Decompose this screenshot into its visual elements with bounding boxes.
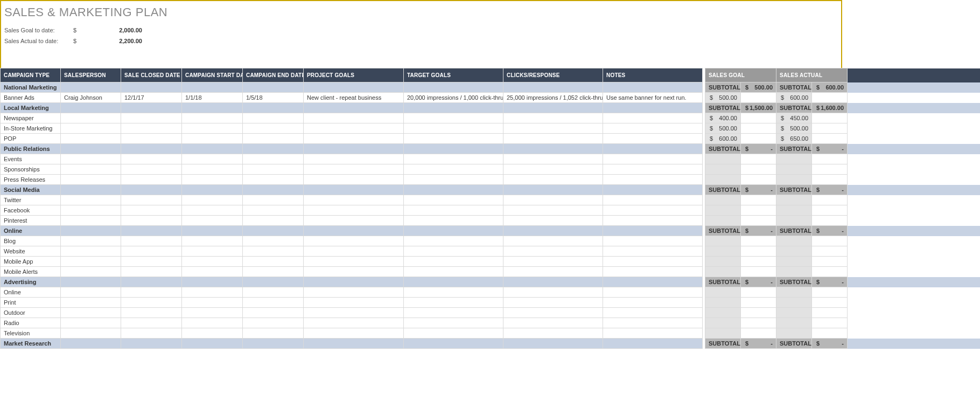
- cell-type[interactable]: Facebook: [1, 205, 61, 216]
- cell-type[interactable]: Radio: [1, 318, 61, 328]
- cell-end[interactable]: [243, 195, 304, 205]
- empty-cell[interactable]: [404, 226, 503, 236]
- cell-closed[interactable]: [121, 287, 182, 298]
- cell-goal[interactable]: [705, 205, 741, 216]
- cell-end[interactable]: 1/5/18: [243, 93, 304, 103]
- empty-cell[interactable]: [404, 82, 503, 93]
- cell-actual[interactable]: [776, 318, 812, 328]
- category-name[interactable]: Market Research: [1, 339, 61, 349]
- cell-end[interactable]: [243, 175, 304, 185]
- empty-cell[interactable]: [603, 277, 703, 287]
- cell-tgoal[interactable]: [404, 328, 503, 339]
- empty-cell[interactable]: [503, 339, 603, 349]
- cell-goal[interactable]: $500.00: [705, 123, 741, 134]
- cell-actual[interactable]: [776, 164, 812, 175]
- cell-notes[interactable]: [603, 287, 703, 298]
- cell-goal-extra[interactable]: [741, 93, 776, 103]
- cell-clicks[interactable]: [503, 216, 603, 226]
- cell-pgoal[interactable]: [304, 113, 404, 123]
- cell-pgoal[interactable]: [304, 134, 404, 144]
- cell-actual-extra[interactable]: [812, 257, 848, 267]
- cell-actual-extra[interactable]: [812, 267, 848, 277]
- empty-cell[interactable]: [243, 226, 304, 236]
- cell-type[interactable]: Blog: [1, 236, 61, 246]
- cell-closed[interactable]: [121, 134, 182, 144]
- cell-closed[interactable]: [121, 164, 182, 175]
- cell-tgoal[interactable]: [404, 205, 503, 216]
- cell-goal[interactable]: $600.00: [705, 134, 741, 144]
- cell-goal-extra[interactable]: [741, 216, 776, 226]
- empty-cell[interactable]: [304, 82, 404, 93]
- category-name[interactable]: Public Relations: [1, 144, 61, 154]
- empty-cell[interactable]: [603, 82, 703, 93]
- cell-tgoal[interactable]: [404, 216, 503, 226]
- empty-cell[interactable]: [404, 144, 503, 154]
- cell-closed[interactable]: [121, 246, 182, 257]
- cell-goal-extra[interactable]: [741, 134, 776, 144]
- empty-cell[interactable]: [243, 82, 304, 93]
- cell-goal[interactable]: [705, 164, 741, 175]
- cell-notes[interactable]: [603, 236, 703, 246]
- cell-salesperson[interactable]: Craig Johnson: [61, 93, 121, 103]
- cell-start[interactable]: [182, 154, 243, 164]
- cell-closed[interactable]: [121, 216, 182, 226]
- cell-salesperson[interactable]: [61, 308, 121, 318]
- cell-tgoal[interactable]: [404, 154, 503, 164]
- cell-start[interactable]: [182, 267, 243, 277]
- cell-tgoal[interactable]: [404, 164, 503, 175]
- cell-pgoal[interactable]: [304, 205, 404, 216]
- empty-cell[interactable]: [603, 339, 703, 349]
- cell-actual-extra[interactable]: [812, 113, 848, 123]
- empty-cell[interactable]: [182, 103, 243, 113]
- cell-actual-extra[interactable]: [812, 216, 848, 226]
- cell-type[interactable]: Mobile Alerts: [1, 267, 61, 277]
- cell-clicks[interactable]: [503, 134, 603, 144]
- cell-clicks[interactable]: [503, 246, 603, 257]
- cell-actual-extra[interactable]: [812, 154, 848, 164]
- cell-tgoal[interactable]: [404, 195, 503, 205]
- cell-end[interactable]: [243, 164, 304, 175]
- cell-actual[interactable]: [776, 216, 812, 226]
- cell-pgoal[interactable]: [304, 164, 404, 175]
- cell-end[interactable]: [243, 318, 304, 328]
- empty-cell[interactable]: [603, 144, 703, 154]
- cell-actual-extra[interactable]: [812, 93, 848, 103]
- empty-cell[interactable]: [61, 277, 121, 287]
- cell-goal[interactable]: [705, 257, 741, 267]
- empty-cell[interactable]: [182, 339, 243, 349]
- cell-clicks[interactable]: [503, 205, 603, 216]
- cell-salesperson[interactable]: [61, 318, 121, 328]
- cell-actual-extra[interactable]: [812, 308, 848, 318]
- cell-actual[interactable]: $650.00: [776, 134, 812, 144]
- empty-cell[interactable]: [121, 185, 182, 195]
- cell-goal-extra[interactable]: [741, 318, 776, 328]
- category-name[interactable]: Online: [1, 226, 61, 236]
- cell-closed[interactable]: [121, 236, 182, 246]
- cell-start[interactable]: [182, 175, 243, 185]
- cell-start[interactable]: [182, 216, 243, 226]
- cell-notes[interactable]: [603, 164, 703, 175]
- cell-actual-extra[interactable]: [812, 205, 848, 216]
- cell-start[interactable]: [182, 123, 243, 134]
- cell-actual-extra[interactable]: [812, 246, 848, 257]
- category-name[interactable]: Social Media: [1, 185, 61, 195]
- cell-notes[interactable]: [603, 134, 703, 144]
- cell-type[interactable]: Sponsorships: [1, 164, 61, 175]
- cell-goal-extra[interactable]: [741, 287, 776, 298]
- empty-cell[interactable]: [304, 226, 404, 236]
- cell-pgoal[interactable]: [304, 246, 404, 257]
- cell-actual-extra[interactable]: [812, 134, 848, 144]
- cell-goal-extra[interactable]: [741, 154, 776, 164]
- cell-pgoal[interactable]: [304, 257, 404, 267]
- cell-pgoal[interactable]: New client - repeat business: [304, 93, 404, 103]
- empty-cell[interactable]: [404, 103, 503, 113]
- cell-tgoal[interactable]: [404, 298, 503, 308]
- cell-type[interactable]: Pinterest: [1, 216, 61, 226]
- cell-start[interactable]: 1/1/18: [182, 93, 243, 103]
- cell-clicks[interactable]: [503, 154, 603, 164]
- empty-cell[interactable]: [503, 226, 603, 236]
- cell-actual[interactable]: [776, 257, 812, 267]
- cell-goal[interactable]: [705, 298, 741, 308]
- cell-closed[interactable]: 12/1/17: [121, 93, 182, 103]
- cell-start[interactable]: [182, 287, 243, 298]
